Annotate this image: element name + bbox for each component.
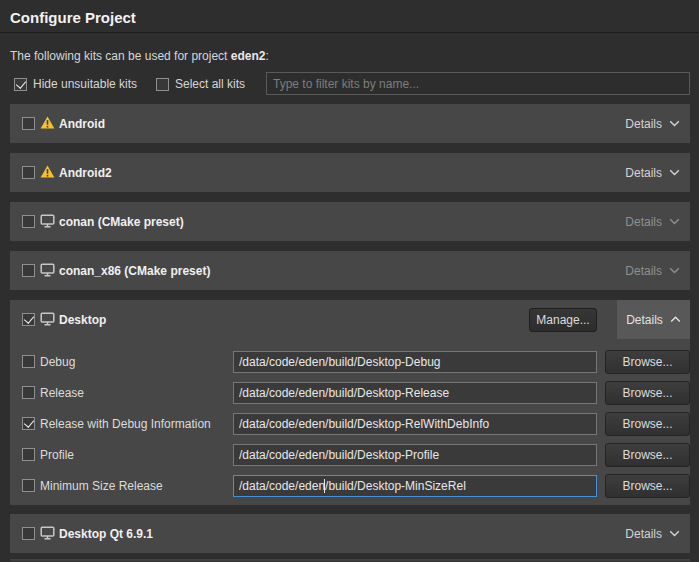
- browse-button[interactable]: Browse...: [605, 350, 690, 374]
- details-toggle[interactable]: Details: [625, 251, 680, 290]
- kit-name: conan (CMake preset): [59, 215, 184, 229]
- kit-checkbox[interactable]: [22, 264, 35, 277]
- build-config-row-minsizerel: Minimum Size Release Browse...: [10, 475, 690, 499]
- desktop-icon: [40, 312, 55, 326]
- desktop-icon: [40, 526, 55, 540]
- kit-checkbox[interactable]: [22, 166, 35, 179]
- config-label: Release with Debug Information: [40, 417, 211, 431]
- kit-row-desktop-qt: Desktop Qt 6.9.1 Details: [10, 514, 690, 553]
- build-config-row-debug: Debug Browse...: [10, 351, 690, 375]
- chevron-up-icon: [670, 316, 681, 323]
- intro-text: The following kits can be used for proje…: [10, 49, 269, 63]
- manage-button[interactable]: Manage...: [529, 308, 597, 332]
- build-config-row-profile: Profile Browse...: [10, 444, 690, 468]
- configure-project-page: Configure Project The following kits can…: [0, 0, 699, 562]
- details-label: Details: [625, 264, 662, 278]
- config-checkbox[interactable]: [22, 355, 35, 368]
- desktop-icon: [40, 263, 55, 277]
- kit-row-android2: Android2 Details: [10, 153, 690, 192]
- hide-unsuitable-label: Hide unsuitable kits: [33, 77, 137, 91]
- warning-icon: [40, 116, 55, 129]
- config-label: Minimum Size Release: [40, 479, 163, 493]
- build-dir-input[interactable]: [233, 475, 597, 497]
- kit-checkbox[interactable]: [22, 215, 35, 228]
- build-config-row-relwithdebinfo: Release with Debug Information Browse...: [10, 413, 690, 437]
- config-label: Debug: [40, 355, 75, 369]
- config-label: Profile: [40, 448, 74, 462]
- kit-name: Desktop: [59, 313, 106, 327]
- desktop-icon: [40, 214, 55, 228]
- next-row-edge: [10, 559, 690, 561]
- page-title: Configure Project: [10, 9, 136, 26]
- build-dir-input[interactable]: [233, 444, 597, 466]
- build-dir-input[interactable]: [233, 413, 597, 435]
- hide-unsuitable-kits-option: Hide unsuitable kits: [14, 77, 137, 91]
- browse-button[interactable]: Browse...: [605, 474, 690, 498]
- browse-button[interactable]: Browse...: [605, 412, 690, 436]
- build-dir-input[interactable]: [233, 382, 597, 404]
- browse-button[interactable]: Browse...: [605, 381, 690, 405]
- details-toggle[interactable]: Details: [625, 514, 680, 553]
- details-toggle[interactable]: Details: [625, 202, 680, 241]
- browse-button[interactable]: Browse...: [605, 443, 690, 467]
- kit-row-desktop-expanded: Desktop Manage... Details Debug Browse..…: [10, 300, 690, 505]
- kit-name: Android2: [59, 166, 112, 180]
- select-all-kits-option: Select all kits: [156, 77, 245, 91]
- chevron-down-icon: [669, 169, 680, 176]
- warning-icon: [40, 165, 55, 178]
- details-label: Details: [625, 527, 662, 541]
- kit-checkbox[interactable]: [22, 527, 35, 540]
- select-all-label: Select all kits: [175, 77, 245, 91]
- kit-row-android: Android Details: [10, 104, 690, 143]
- chevron-down-icon: [669, 218, 680, 225]
- kit-checkbox[interactable]: [22, 313, 35, 326]
- kit-name: Android: [59, 117, 105, 131]
- details-toggle-expanded[interactable]: Details: [617, 300, 690, 339]
- details-label: Details: [626, 313, 663, 327]
- build-config-row-release: Release Browse...: [10, 382, 690, 406]
- config-checkbox[interactable]: [22, 448, 35, 461]
- config-label: Release: [40, 386, 84, 400]
- kit-name: conan_x86 (CMake preset): [59, 264, 210, 278]
- kit-checkbox[interactable]: [22, 117, 35, 130]
- details-label: Details: [625, 117, 662, 131]
- kit-row-conan: conan (CMake preset) Details: [10, 202, 690, 241]
- chevron-down-icon: [669, 267, 680, 274]
- config-checkbox[interactable]: [22, 479, 35, 492]
- details-label: Details: [625, 215, 662, 229]
- intro-after: :: [265, 49, 268, 63]
- chevron-down-icon: [669, 120, 680, 127]
- hide-unsuitable-checkbox[interactable]: [14, 78, 27, 91]
- details-label: Details: [625, 166, 662, 180]
- kit-filter-input[interactable]: [266, 72, 690, 95]
- kit-row-conan-x86: conan_x86 (CMake preset) Details: [10, 251, 690, 290]
- select-all-checkbox[interactable]: [156, 78, 169, 91]
- details-toggle[interactable]: Details: [625, 153, 680, 192]
- title-divider: [0, 32, 699, 33]
- config-checkbox[interactable]: [22, 386, 35, 399]
- chevron-down-icon: [669, 530, 680, 537]
- details-toggle[interactable]: Details: [625, 104, 680, 143]
- config-checkbox[interactable]: [22, 417, 35, 430]
- project-name: eden2: [231, 49, 266, 63]
- kit-name: Desktop Qt 6.9.1: [59, 527, 153, 541]
- intro-before: The following kits can be used for proje…: [10, 49, 227, 63]
- build-dir-input[interactable]: [233, 351, 597, 373]
